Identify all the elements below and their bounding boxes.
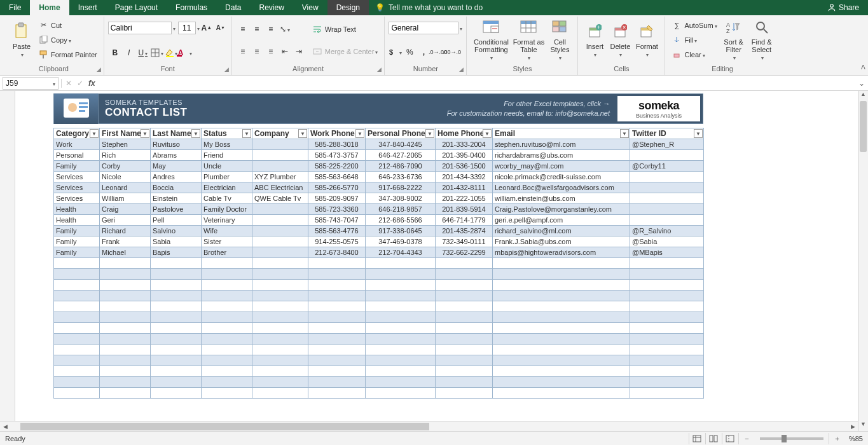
table-cell[interactable]: Plumber — [202, 172, 252, 182]
table-cell[interactable]: Wife — [202, 226, 252, 236]
table-cell[interactable] — [100, 280, 151, 291]
table-cell[interactable] — [100, 323, 151, 334]
table-cell[interactable]: Family Doctor — [202, 204, 252, 215]
table-cell[interactable] — [151, 345, 202, 355]
column-header[interactable]: Work Phone▼ — [308, 128, 366, 139]
fill-button[interactable]: Fill — [669, 33, 719, 47]
column-header[interactable]: Last Name▼ — [151, 128, 202, 139]
table-cell[interactable] — [54, 345, 100, 355]
font-color-button[interactable]: A — [178, 46, 192, 60]
table-cell[interactable] — [54, 312, 100, 323]
tell-me-search[interactable]: 💡 Tell me what you want to do — [369, 3, 489, 12]
table-cell[interactable] — [308, 269, 366, 280]
table-cell[interactable]: 585-209-9097 — [308, 193, 366, 204]
table-cell[interactable] — [252, 247, 308, 258]
table-cell[interactable] — [436, 301, 493, 312]
table-cell[interactable] — [151, 366, 202, 377]
table-cell[interactable] — [366, 323, 436, 334]
table-cell[interactable] — [493, 377, 630, 388]
table-cell[interactable]: 914-255-0575 — [308, 236, 366, 247]
table-cell[interactable]: wcorby_may@ml.com — [493, 161, 630, 172]
paste-button[interactable]: Paste — [8, 18, 36, 62]
table-cell[interactable] — [436, 388, 493, 399]
increase-indent-button[interactable]: ⇥ — [292, 44, 306, 58]
table-cell[interactable]: 201-333-2004 — [436, 139, 493, 150]
table-cell[interactable] — [100, 377, 151, 388]
table-cell[interactable]: 646-427-2065 — [366, 150, 436, 161]
merge-center-button[interactable]: Merge & Center — [310, 44, 381, 58]
dialog-launcher-icon[interactable]: ◢ — [377, 66, 382, 72]
table-cell[interactable]: richard_salvino@ml.com — [493, 226, 630, 236]
decrease-decimal-button[interactable]: .00→.0 — [444, 45, 458, 59]
table-cell[interactable]: Frank.J.Sabia@ubs.com — [493, 236, 630, 247]
table-cell[interactable]: 212-686-5566 — [366, 215, 436, 226]
table-cell[interactable]: 201-839-5914 — [436, 204, 493, 215]
table-cell[interactable]: Family — [54, 236, 100, 247]
table-cell[interactable]: 732-349-0111 — [436, 236, 493, 247]
table-cell[interactable]: QWE Cable Tv — [252, 193, 308, 204]
table-cell[interactable] — [252, 323, 308, 334]
align-center-button[interactable]: ≡ — [250, 44, 264, 58]
table-cell[interactable]: 212-704-4343 — [366, 247, 436, 258]
table-cell[interactable] — [252, 312, 308, 323]
table-cell[interactable] — [151, 258, 202, 269]
table-cell[interactable]: Michael — [100, 247, 151, 258]
table-cell[interactable] — [151, 280, 202, 291]
tab-review[interactable]: Review — [250, 0, 293, 15]
table-cell[interactable] — [151, 377, 202, 388]
table-cell[interactable] — [493, 301, 630, 312]
table-cell[interactable] — [100, 301, 151, 312]
table-cell[interactable]: 212-486-7090 — [366, 161, 436, 172]
table-cell[interactable] — [100, 291, 151, 301]
row-gutter[interactable] — [0, 91, 15, 431]
tab-page-layout[interactable]: Page Layout — [106, 0, 167, 15]
table-cell[interactable] — [630, 345, 704, 355]
table-cell[interactable]: Corby — [100, 161, 151, 172]
align-middle-button[interactable]: ≡ — [250, 22, 264, 36]
table-cell[interactable] — [100, 355, 151, 366]
table-cell[interactable] — [630, 377, 704, 388]
table-cell[interactable]: Cable Tv — [202, 193, 252, 204]
table-cell[interactable]: Richard — [100, 226, 151, 236]
table-cell[interactable]: Family — [54, 247, 100, 258]
table-cell[interactable] — [252, 150, 308, 161]
conditional-formatting-button[interactable]: Conditional Formatting — [471, 18, 511, 62]
clear-button[interactable]: Clear — [669, 48, 719, 62]
table-cell[interactable]: Pastolove — [151, 204, 202, 215]
table-cell[interactable] — [308, 312, 366, 323]
table-row[interactable] — [54, 269, 704, 280]
filter-dropdown-icon[interactable]: ▼ — [242, 129, 251, 138]
chevron-down-icon[interactable] — [53, 79, 55, 88]
vertical-scrollbar[interactable]: ▲ ▼ — [858, 91, 868, 431]
scroll-up-button[interactable]: ▲ — [858, 91, 868, 101]
table-row[interactable] — [54, 334, 704, 345]
table-cell[interactable] — [252, 366, 308, 377]
table-cell[interactable]: Stephen — [100, 139, 151, 150]
normal-view-button[interactable] — [689, 433, 705, 444]
table-row[interactable]: WorkStephenRuvitusoMy Boss585-288-301834… — [54, 139, 704, 150]
table-cell[interactable] — [202, 280, 252, 291]
table-cell[interactable]: Services — [54, 193, 100, 204]
table-cell[interactable]: nicole.primack@credit-suisse.com — [493, 172, 630, 182]
scroll-left-button[interactable]: ◀ — [0, 423, 10, 430]
bold-button[interactable]: B — [108, 46, 122, 60]
tab-data[interactable]: Data — [216, 0, 250, 15]
table-cell[interactable]: Salvino — [151, 226, 202, 236]
filter-dropdown-icon[interactable]: ▼ — [191, 129, 200, 138]
tab-design[interactable]: Design — [327, 0, 369, 15]
table-cell[interactable]: 585-743-7047 — [308, 215, 366, 226]
format-as-table-button[interactable]: Format as Table — [511, 18, 546, 62]
table-cell[interactable] — [308, 323, 366, 334]
font-size-input[interactable] — [178, 22, 196, 34]
table-cell[interactable]: Pell — [151, 215, 202, 226]
orientation-button[interactable]: ⤡ — [278, 22, 292, 36]
table-cell[interactable]: 585-473-3757 — [308, 150, 366, 161]
align-right-button[interactable]: ≡ — [264, 44, 278, 58]
table-cell[interactable] — [630, 388, 704, 399]
column-header[interactable]: Company▼ — [252, 128, 308, 139]
chevron-down-icon[interactable] — [458, 24, 462, 32]
table-cell[interactable]: 732-662-2299 — [436, 247, 493, 258]
table-cell[interactable] — [202, 366, 252, 377]
table-cell[interactable] — [308, 377, 366, 388]
table-cell[interactable] — [100, 312, 151, 323]
